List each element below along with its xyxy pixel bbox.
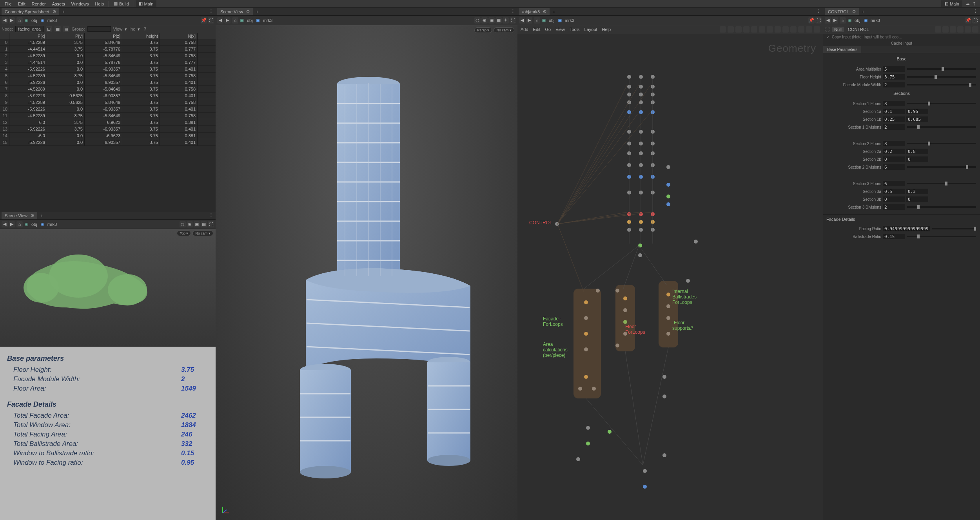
network-node[interactable] xyxy=(651,142,655,145)
pin-icon[interactable]: 📌 xyxy=(808,17,815,24)
network-node[interactable] xyxy=(639,130,643,134)
network-node[interactable] xyxy=(651,191,655,195)
param-field[interactable] xyxy=(883,234,905,239)
pin-icon[interactable]: ⊙ xyxy=(31,213,34,218)
network-node[interactable] xyxy=(627,100,631,104)
network-node[interactable] xyxy=(639,100,643,104)
pane-menu-icon[interactable]: ⠇ xyxy=(208,9,216,14)
net-tool-icon[interactable] xyxy=(735,26,742,33)
tab-base-parameters[interactable]: Base Parameters xyxy=(823,46,861,53)
expand-icon[interactable]: ⛶ xyxy=(510,17,516,24)
network-node[interactable] xyxy=(666,183,670,187)
tab-scene-view2[interactable]: Scene View⊙ xyxy=(2,212,37,219)
param-field[interactable] xyxy=(883,204,905,210)
param-field[interactable] xyxy=(906,116,928,122)
path-breadcrumb[interactable]: ▣obj ▣mrk3 xyxy=(542,18,576,23)
network-node[interactable] xyxy=(651,220,655,224)
info-icon[interactable] xyxy=(965,26,971,33)
param-field[interactable] xyxy=(883,66,905,72)
shade-icon[interactable]: ◉ xyxy=(481,17,488,24)
net-tool-icon[interactable] xyxy=(790,26,797,33)
nav-back-icon[interactable]: ◀ xyxy=(519,17,525,24)
expand-icon[interactable]: ⛶ xyxy=(208,221,214,227)
detail-icon[interactable]: ▤ xyxy=(63,26,69,32)
network-node[interactable] xyxy=(651,100,655,104)
network-node[interactable] xyxy=(627,220,631,224)
main-3d-viewport[interactable]: Persp ▾ No cam ▾ xyxy=(216,25,517,520)
help-icon[interactable]: ? xyxy=(973,2,975,6)
network-node[interactable] xyxy=(639,75,643,79)
tab-add[interactable]: + xyxy=(60,9,67,15)
search-icon[interactable] xyxy=(806,26,812,33)
param-slider[interactable] xyxy=(907,166,976,168)
network-node[interactable] xyxy=(651,110,655,114)
view-tool-icon[interactable]: ▦ xyxy=(201,221,207,227)
tab-control[interactable]: CONTROL⊙ xyxy=(825,8,859,15)
menu-file[interactable]: File xyxy=(2,1,15,7)
network-canvas[interactable]: Geometry CONTROL Facade - ForLoops Area … xyxy=(517,34,823,520)
table-row[interactable]: 2-4.522890.0-5.846493.750.758 xyxy=(0,53,216,59)
inc-dropdown[interactable]: Inc xyxy=(129,27,135,31)
param-slider[interactable] xyxy=(907,143,976,144)
table-row[interactable]: 0-4.522893.75-5.846493.750.758 xyxy=(0,39,216,46)
network-node[interactable] xyxy=(627,212,631,216)
nav-back-icon[interactable]: ◀ xyxy=(217,17,223,24)
menu-assets[interactable]: Assets xyxy=(49,1,68,7)
network-node[interactable] xyxy=(639,85,643,89)
param-slider[interactable] xyxy=(907,126,976,128)
path-breadcrumb[interactable]: ▣obj ▣mrk3 xyxy=(24,18,58,23)
tab-add[interactable]: + xyxy=(860,9,867,15)
network-node[interactable] xyxy=(586,442,590,445)
param-field[interactable] xyxy=(883,149,905,154)
nav-fwd-icon[interactable]: ▶ xyxy=(9,17,15,24)
camera-badge-top[interactable]: Top ▾ xyxy=(177,231,191,236)
network-node[interactable] xyxy=(666,165,670,169)
table-row[interactable]: 3-4.445140.0-5.787763.750.777 xyxy=(0,59,216,66)
param-tool-icon[interactable] xyxy=(942,26,949,33)
net-tool-icon[interactable] xyxy=(767,26,773,33)
network-node[interactable] xyxy=(686,279,690,283)
network-node[interactable] xyxy=(639,93,643,96)
floor-cluster[interactable] xyxy=(615,285,635,351)
help-icon[interactable] xyxy=(972,26,978,33)
network-node[interactable] xyxy=(666,202,670,206)
nav-fwd-icon[interactable]: ▶ xyxy=(9,221,15,227)
help-icon[interactable]: ? xyxy=(144,27,146,31)
pin-icon[interactable]: 📌 xyxy=(965,17,971,24)
network-node[interactable] xyxy=(586,426,590,430)
param-tool-icon[interactable] xyxy=(950,26,956,33)
net-tool-icon[interactable] xyxy=(728,26,734,33)
param-field[interactable] xyxy=(883,164,905,170)
pin-icon[interactable]: ⊙ xyxy=(53,9,56,14)
net-menu-go[interactable]: Go xyxy=(545,27,551,32)
network-node[interactable] xyxy=(639,142,643,145)
network-node[interactable] xyxy=(643,485,647,489)
pin-icon[interactable]: ⊙ xyxy=(852,9,856,14)
camera-badge-nocam[interactable]: No cam ▾ xyxy=(192,231,213,236)
net-tool-icon[interactable] xyxy=(798,26,804,33)
network-node[interactable] xyxy=(643,469,647,473)
view-tool-icon[interactable]: ◉ xyxy=(187,221,193,227)
param-slider[interactable] xyxy=(907,103,976,104)
net-tool-icon[interactable] xyxy=(759,26,765,33)
network-node[interactable] xyxy=(639,191,643,195)
home-icon[interactable]: ⌂ xyxy=(16,17,23,24)
net-tool-icon[interactable] xyxy=(751,26,757,33)
tab-add[interactable]: + xyxy=(550,9,557,15)
path-breadcrumb[interactable]: ▣obj ▣mrk3 xyxy=(848,18,882,23)
param-slider[interactable] xyxy=(932,228,976,229)
net-menu-view[interactable]: View xyxy=(555,27,565,32)
table-row[interactable]: 14-6.00.0-6.96233.750.381 xyxy=(0,133,216,139)
table-row[interactable]: 8-5.922260.5625-6.903573.750.401 xyxy=(0,93,216,99)
param-tool-icon[interactable] xyxy=(935,26,941,33)
param-field[interactable] xyxy=(883,181,905,186)
nav-back-icon[interactable]: ◀ xyxy=(825,17,831,24)
network-node[interactable] xyxy=(639,163,643,167)
expand-icon[interactable]: ⛶ xyxy=(815,17,822,24)
nav-fwd-icon[interactable]: ▶ xyxy=(224,17,230,24)
table-row[interactable]: 7-4.522890.0-5.846493.750.758 xyxy=(0,86,216,93)
param-slider[interactable] xyxy=(907,206,976,208)
param-slider[interactable] xyxy=(907,84,976,85)
search-icon[interactable] xyxy=(825,27,830,32)
check-icon[interactable]: ✓ xyxy=(826,35,829,39)
